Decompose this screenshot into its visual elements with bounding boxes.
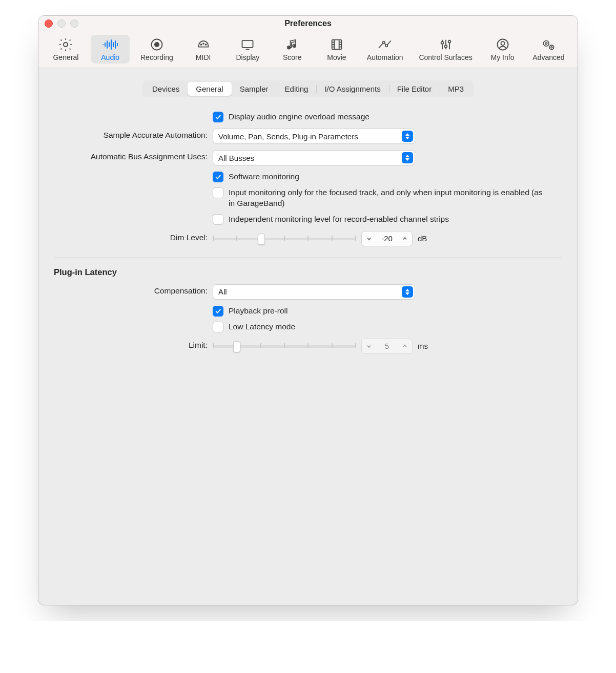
chevron-up-icon[interactable] xyxy=(398,343,412,349)
svg-point-39 xyxy=(550,45,555,50)
low-latency-checkbox[interactable] xyxy=(213,322,223,332)
toolbar: General Audio Recording MIDI Display xyxy=(38,32,578,68)
chevron-up-icon[interactable] xyxy=(398,236,412,242)
subtab-mp3[interactable]: MP3 xyxy=(440,82,472,96)
independent-monitoring-checkbox[interactable] xyxy=(213,214,223,225)
select-value: All xyxy=(218,287,227,296)
subtab-sampler[interactable]: Sampler xyxy=(232,82,277,96)
auto-bus-label: Automatic Bus Assignment Uses: xyxy=(91,150,208,161)
dim-level-unit: dB xyxy=(418,234,427,243)
person-circle-icon xyxy=(494,37,511,52)
dim-level-label: Dim Level: xyxy=(170,231,208,242)
subtab-general[interactable]: General xyxy=(188,82,231,96)
sample-accurate-label: Sample Accurate Automation: xyxy=(104,129,208,140)
toolbar-label: Control Surfaces xyxy=(419,53,472,61)
toolbar-label: Display xyxy=(236,53,259,61)
gear-icon xyxy=(57,37,74,52)
faders-icon xyxy=(437,37,455,52)
display-overload-checkbox[interactable] xyxy=(213,112,223,122)
automation-curve-icon xyxy=(376,37,394,52)
auto-bus-select[interactable]: All Busses xyxy=(213,150,415,165)
toolbar-label: Score xyxy=(283,53,302,61)
chevron-up-down-icon xyxy=(402,286,413,298)
minimize-window-button[interactable] xyxy=(57,19,66,28)
software-monitoring-label: Software monitoring xyxy=(229,172,299,182)
subtab-devices[interactable]: Devices xyxy=(144,82,188,96)
playback-preroll-label: Playback pre-roll xyxy=(229,306,288,317)
toolbar-display[interactable]: Display xyxy=(228,35,267,64)
audio-waveform-icon xyxy=(101,37,119,52)
chevron-up-down-icon xyxy=(402,131,413,142)
svg-point-33 xyxy=(444,45,447,48)
input-monitoring-focused-checkbox[interactable] xyxy=(213,187,223,198)
svg-point-28 xyxy=(385,45,387,47)
subtab-bar: Devices General Sampler Editing I/O Assi… xyxy=(142,80,474,97)
record-icon xyxy=(148,37,166,52)
select-value: All Busses xyxy=(218,154,254,162)
limit-stepper[interactable]: 5 xyxy=(361,339,413,354)
toolbar-movie[interactable]: Movie xyxy=(317,35,356,64)
svg-point-36 xyxy=(501,41,504,45)
monitor-icon xyxy=(239,37,256,52)
toolbar-my-info[interactable]: My Info xyxy=(483,35,522,64)
svg-point-16 xyxy=(288,46,291,49)
toolbar-label: Movie xyxy=(327,53,346,61)
latency-section: Compensation: All Playback pre-roll xyxy=(54,284,562,354)
dim-level-stepper[interactable]: -20 xyxy=(361,231,413,246)
svg-point-0 xyxy=(64,43,68,47)
svg-point-40 xyxy=(551,47,552,48)
midi-port-icon xyxy=(195,37,212,52)
window-traffic-lights xyxy=(45,19,78,28)
compensation-label: Compensation: xyxy=(154,284,208,296)
svg-point-13 xyxy=(205,44,206,45)
svg-point-10 xyxy=(155,43,159,47)
limit-slider[interactable] xyxy=(213,341,356,351)
toolbar-label: MIDI xyxy=(196,53,211,61)
subtab-file-editor[interactable]: File Editor xyxy=(389,82,440,96)
dim-level-slider[interactable] xyxy=(213,234,356,244)
independent-monitoring-label: Independent monitoring level for record-… xyxy=(229,214,449,225)
svg-point-38 xyxy=(545,43,547,45)
toolbar-audio[interactable]: Audio xyxy=(91,35,130,64)
svg-rect-14 xyxy=(242,40,253,48)
input-monitoring-focused-label: Input monitoring only for the focused tr… xyxy=(229,187,546,209)
preferences-window: Preferences General Audio Recording MID xyxy=(38,15,578,605)
close-window-button[interactable] xyxy=(45,19,53,28)
svg-point-17 xyxy=(293,45,296,48)
toolbar-general[interactable]: General xyxy=(46,35,85,64)
software-monitoring-checkbox[interactable] xyxy=(213,172,223,182)
gears-icon xyxy=(540,37,557,52)
limit-unit: ms xyxy=(418,342,428,350)
playback-preroll-checkbox[interactable] xyxy=(213,306,223,317)
svg-point-32 xyxy=(441,41,443,44)
subtab-io[interactable]: I/O Assignments xyxy=(316,82,388,96)
toolbar-label: My Info xyxy=(491,53,515,61)
dim-level-value: -20 xyxy=(376,234,398,243)
chevron-down-icon[interactable] xyxy=(362,343,376,349)
toolbar-advanced[interactable]: Advanced xyxy=(527,35,569,64)
compensation-select[interactable]: All xyxy=(213,284,415,300)
toolbar-label: Audio xyxy=(101,53,119,61)
music-notes-icon xyxy=(283,37,301,52)
svg-point-37 xyxy=(544,41,549,47)
sample-accurate-select[interactable]: Volume, Pan, Sends, Plug-in Parameters xyxy=(213,129,415,144)
limit-value: 5 xyxy=(376,342,398,350)
zoom-window-button[interactable] xyxy=(70,19,78,28)
display-overload-label: Display audio engine overload message xyxy=(229,112,369,122)
toolbar-automation[interactable]: Automation xyxy=(362,35,408,64)
chevron-up-down-icon xyxy=(402,152,413,163)
svg-point-11 xyxy=(200,44,201,45)
chevron-down-icon[interactable] xyxy=(362,236,376,242)
toolbar-label: Advanced xyxy=(532,53,564,61)
titlebar: Preferences xyxy=(38,16,578,32)
toolbar-score[interactable]: Score xyxy=(273,35,312,64)
subtab-editing[interactable]: Editing xyxy=(277,82,317,96)
svg-point-12 xyxy=(203,43,204,44)
svg-point-34 xyxy=(448,40,450,43)
toolbar-control-surfaces[interactable]: Control Surfaces xyxy=(414,35,477,64)
toolbar-label: General xyxy=(53,53,78,61)
content-area: Devices General Sampler Editing I/O Assi… xyxy=(38,68,578,605)
toolbar-midi[interactable]: MIDI xyxy=(184,35,223,64)
toolbar-recording[interactable]: Recording xyxy=(135,35,178,64)
low-latency-label: Low Latency mode xyxy=(229,322,295,332)
